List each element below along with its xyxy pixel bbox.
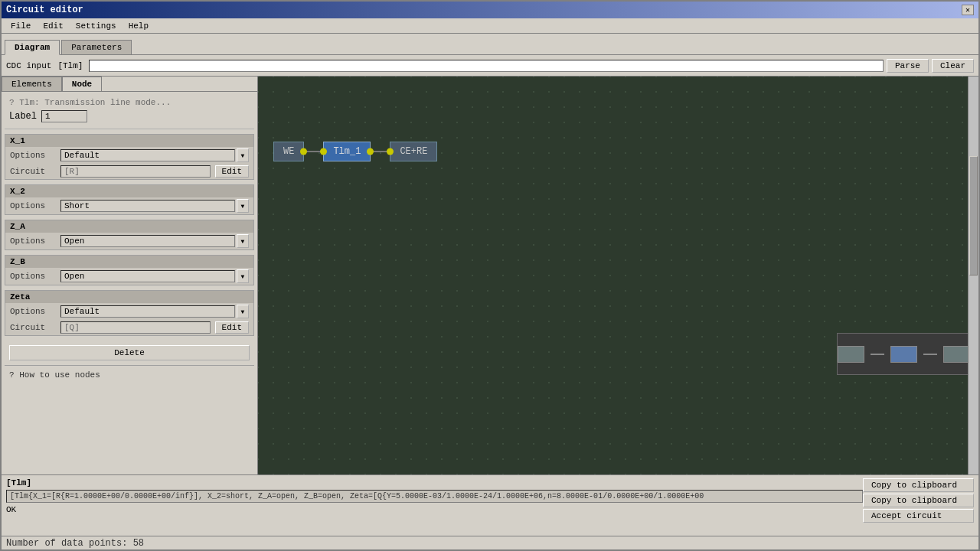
node-tlm1[interactable]: Tlm_1 (323, 142, 371, 161)
x1-edit-button[interactable]: Edit (215, 165, 249, 178)
elements-tab[interactable]: Elements (2, 77, 62, 91)
mini-wire-2 (923, 354, 937, 355)
toolbar: CDC input [Tlm] Parse Clear (2, 55, 978, 77)
label-text: Label (9, 111, 37, 122)
clear-button[interactable]: Clear (932, 59, 974, 73)
tab-parameters[interactable]: Parameters (61, 40, 132, 54)
node-info: ? Tlm: Transmission line mode... Label (5, 95, 254, 129)
copy-clipboard-button-2[interactable]: Copy to clipboard (863, 494, 974, 507)
zb-options-row: Options Open ▼ (5, 268, 253, 285)
x2-header: X_2 (5, 185, 253, 197)
x1-header: X_1 (5, 135, 253, 147)
delete-button[interactable]: Delete (9, 345, 250, 360)
zb-options-value: Open (60, 270, 235, 282)
tlm1-left-connector (320, 148, 327, 155)
x1-options-row: Options Default ▼ (5, 147, 253, 164)
x2-options-arrow[interactable]: ▼ (237, 199, 249, 213)
cdc-input-label: CDC input (6, 61, 51, 70)
zeta-circuit-input[interactable] (60, 321, 211, 334)
bottom-left: [Tlm] [Tlm{X_1=[R{R=1.0000E+00/0.0000E+0… (6, 477, 863, 516)
zeta-circuit-row: Circuit Edit (5, 320, 253, 335)
zb-options-label: Options (10, 272, 56, 281)
zb-options-arrow[interactable]: ▼ (237, 269, 249, 283)
help-text: ? How to use nodes (5, 365, 254, 384)
window-title: Circuit editor (6, 5, 83, 15)
x2-options-select-wrapper: Short ▼ (60, 199, 249, 213)
bottom-bar: [Tlm] [Tlm{X_1=[R{R=1.0000E+00/0.0000E+0… (2, 474, 978, 536)
zeta-options-select-wrapper: Default ▼ (60, 305, 249, 318)
vertical-scrollbar[interactable] (968, 77, 978, 474)
za-options-arrow[interactable]: ▼ (237, 234, 249, 248)
x2-section: X_2 Options Short ▼ (5, 184, 254, 215)
x1-options-value: Default (60, 149, 235, 161)
x1-circuit-input[interactable] (60, 165, 211, 178)
za-options-select-wrapper: Open ▼ (60, 234, 249, 248)
delete-btn-row: Delete (5, 341, 254, 365)
x1-options-arrow[interactable]: ▼ (237, 148, 249, 162)
main-content: Elements Node ? Tlm: Transmission line m… (2, 77, 978, 474)
menu-file[interactable]: File (5, 21, 37, 31)
zeta-header: Zeta (5, 291, 253, 303)
accept-circuit-button[interactable]: Accept circuit (863, 509, 974, 523)
x2-options-value: Short (60, 200, 235, 212)
zeta-options-arrow[interactable]: ▼ (237, 305, 249, 318)
x1-options-select-wrapper: Default ▼ (60, 148, 249, 162)
za-options-row: Options Open ▼ (5, 233, 253, 249)
mini-wire-1 (871, 354, 884, 355)
zeta-section: Zeta Options Default ▼ Circuit Edit (5, 290, 254, 336)
close-button[interactable]: ✕ (962, 5, 974, 15)
node-we[interactable]: WE (273, 142, 304, 161)
circuit-editor-window: Circuit editor ✕ File Edit Settings Help… (0, 0, 980, 551)
we-right-connector (300, 148, 307, 155)
za-options-label: Options (10, 236, 56, 246)
ok-label: OK (6, 504, 863, 516)
tlm1-right-connector (367, 148, 374, 155)
cdc-input-field[interactable] (89, 60, 884, 72)
menu-settings[interactable]: Settings (70, 21, 122, 31)
status-bar: Number of data points: 58 (2, 536, 978, 549)
title-bar: Circuit editor ✕ (2, 2, 978, 18)
mini-node-we (838, 346, 864, 363)
elements-content: ? Tlm: Transmission line mode... Label X… (2, 92, 257, 474)
mini-node-cere (943, 346, 970, 363)
x1-circuit-label: Circuit (10, 167, 56, 176)
circuit-diagram: WE Tlm_1 CE+RE (273, 142, 437, 161)
label-input[interactable] (41, 110, 87, 122)
diagram-panel[interactable]: WE Tlm_1 CE+RE (258, 77, 978, 474)
tlm-tag: [Tlm] (6, 477, 863, 489)
menu-help[interactable]: Help (122, 21, 155, 31)
tlm-value: [Tlm{X_1=[R{R=1.0000E+00/0.0000E+00/inf}… (6, 490, 863, 503)
za-section: Z_A Options Open ▼ (5, 220, 254, 250)
tabs-bar: Diagram Parameters (2, 34, 978, 55)
zeta-options-row: Options Default ▼ (5, 303, 253, 320)
tab-diagram[interactable]: Diagram (5, 40, 60, 55)
bottom-right: Copy to clipboard Copy to clipboard Acce… (863, 477, 974, 523)
node-hint: ? Tlm: Transmission line mode... (9, 98, 250, 107)
parse-button[interactable]: Parse (887, 59, 929, 73)
copy-clipboard-button-1[interactable]: Copy to clipboard (863, 478, 974, 492)
za-options-value: Open (60, 235, 235, 247)
zeta-circuit-label: Circuit (10, 323, 56, 332)
left-panel: Elements Node ? Tlm: Transmission line m… (2, 77, 258, 474)
za-header: Z_A (5, 220, 253, 233)
cere-left-connector (387, 148, 394, 155)
zeta-edit-button[interactable]: Edit (215, 321, 249, 334)
x2-options-label: Options (10, 201, 56, 210)
minimap (837, 333, 971, 375)
x2-options-row: Options Short ▼ (5, 197, 253, 214)
menubar: File Edit Settings Help (2, 18, 978, 34)
panel-tabs: Elements Node (2, 77, 257, 92)
label-row: Label (9, 110, 250, 122)
zb-section: Z_B Options Open ▼ (5, 255, 254, 285)
zb-header: Z_B (5, 256, 253, 268)
menu-edit[interactable]: Edit (37, 21, 69, 31)
status-text: Number of data points: 58 (6, 538, 144, 549)
x1-options-label: Options (10, 151, 56, 160)
node-cere[interactable]: CE+RE (390, 142, 437, 161)
zeta-options-label: Options (10, 307, 56, 316)
zeta-options-value: Default (60, 305, 235, 318)
scrollbar-thumb[interactable] (969, 156, 978, 276)
zb-options-select-wrapper: Open ▼ (60, 269, 249, 283)
node-tab[interactable]: Node (62, 77, 102, 91)
x1-circuit-row: Circuit Edit (5, 164, 253, 179)
